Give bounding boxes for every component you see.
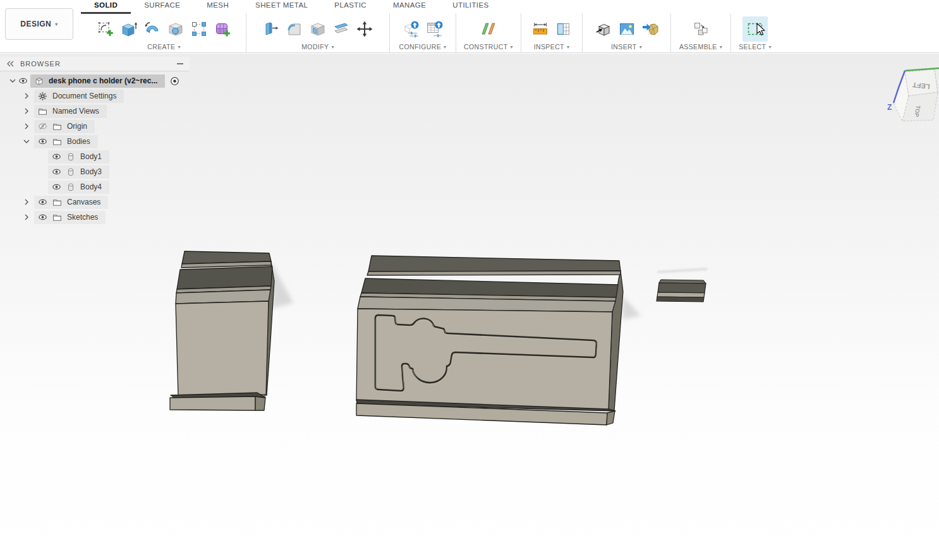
create-form-button[interactable] — [212, 17, 233, 41]
folder-icon — [52, 198, 62, 207]
origin-label: Origin — [67, 122, 87, 131]
z-axis-label: Z — [887, 103, 892, 112]
visibility-eye-icon[interactable] — [18, 76, 28, 85]
root-component-label: desk phone c holder (v2~rec... — [49, 76, 157, 85]
body1-label: Body1 — [80, 152, 102, 161]
visibility-eye-icon[interactable] — [38, 198, 47, 206]
browser-item-root-component[interactable]: desk phone c holder (v2~rec... — [0, 73, 190, 88]
split-body-button[interactable] — [331, 17, 351, 41]
group-assemble: ASSEMBLE▾ — [671, 13, 731, 52]
visibility-eye-icon[interactable] — [52, 167, 61, 176]
browser-item-body3[interactable]: Body3 — [0, 164, 190, 179]
configuration-table-button[interactable] — [425, 17, 445, 41]
insert-mesh-button[interactable] — [640, 17, 660, 41]
create-sketch-button[interactable] — [95, 17, 116, 41]
chevron-right-icon[interactable] — [21, 122, 32, 131]
visibility-eye-icon[interactable] — [52, 182, 61, 191]
visibility-eye-icon[interactable] — [52, 152, 61, 161]
shell-icon — [310, 21, 326, 37]
extrude-button[interactable] — [119, 17, 139, 41]
configuration-table-icon — [426, 20, 444, 38]
browser-item-canvases[interactable]: Canvases — [0, 194, 190, 210]
chevron-down-icon: ▾ — [639, 44, 642, 50]
browser-item-origin[interactable]: Origin — [0, 119, 190, 134]
visibility-eye-icon[interactable] — [38, 213, 47, 222]
visibility-eye-icon[interactable] — [38, 137, 47, 146]
body4-label: Body4 — [80, 182, 102, 191]
visibility-off-eye-icon[interactable] — [38, 122, 47, 131]
fillet-button[interactable] — [284, 17, 305, 41]
design-workspace-button[interactable]: DESIGN ▾ — [5, 8, 73, 40]
shell-button[interactable] — [308, 17, 328, 41]
rectangular-pattern-button[interactable] — [189, 17, 209, 41]
ribbon-groups: CREATE▾ MODIFY▾ CONFIGURE▾ — [82, 13, 779, 52]
move-button[interactable] — [354, 17, 375, 41]
named-views-label: Named Views — [52, 107, 99, 116]
browser-item-bodies[interactable]: Bodies — [0, 134, 190, 149]
browser-tree: desk phone c holder (v2~rec... Document … — [0, 71, 190, 225]
chevron-down-icon: ▾ — [720, 44, 722, 50]
browser-item-body4[interactable]: Body4 — [0, 179, 190, 194]
browser-item-named-views[interactable]: Named Views — [0, 104, 190, 119]
collapse-panel-icon[interactable] — [6, 60, 14, 68]
insert-canvas-button[interactable] — [617, 17, 637, 41]
insert-derive-button[interactable] — [593, 17, 614, 41]
measure-button[interactable] — [530, 17, 550, 41]
select-dropdown[interactable]: SELECT▾ — [739, 43, 772, 51]
section-analysis-button[interactable] — [554, 17, 574, 41]
insert-dropdown[interactable]: INSERT▾ — [611, 43, 642, 51]
press-pull-icon — [263, 21, 279, 37]
canvases-folder-label: Canvases — [67, 198, 100, 206]
document-settings-label: Document Settings — [52, 92, 116, 100]
construction-plane-icon — [480, 21, 497, 37]
group-modify: MODIFY▾ — [246, 13, 390, 52]
chevron-right-icon[interactable] — [21, 92, 32, 100]
body-cylinder-icon — [66, 167, 75, 177]
configure-button[interactable] — [401, 17, 421, 41]
inspect-dropdown[interactable]: INSPECT▾ — [534, 43, 570, 51]
modify-dropdown[interactable]: MODIFY▾ — [301, 43, 334, 51]
measure-icon — [532, 21, 548, 37]
tab-utilities[interactable]: UTILITIES — [439, 0, 502, 14]
chevron-down-icon[interactable] — [21, 137, 32, 146]
activate-component-radio[interactable] — [170, 76, 179, 86]
create-dropdown[interactable]: CREATE▾ — [147, 43, 181, 51]
tab-sheet-metal[interactable]: SHEET METAL — [242, 0, 321, 14]
toolbar: DESIGN ▾ SOLID SURFACE MESH SHEET METAL … — [0, 0, 939, 53]
chevron-down-icon[interactable] — [8, 76, 18, 85]
chevron-right-icon[interactable] — [21, 213, 32, 222]
hole-button[interactable] — [166, 17, 186, 41]
revolve-button[interactable] — [142, 17, 162, 41]
configure-icon — [403, 20, 420, 38]
configure-dropdown[interactable]: CONFIGURE▾ — [399, 43, 446, 51]
tab-manage[interactable]: MANAGE — [380, 0, 439, 14]
press-pull-button[interactable] — [261, 17, 281, 41]
construct-dropdown[interactable]: CONSTRUCT▾ — [464, 43, 513, 51]
chevron-right-icon[interactable] — [21, 198, 32, 206]
tab-mesh[interactable]: MESH — [193, 0, 242, 14]
browser-item-body1[interactable]: Body1 — [0, 149, 190, 164]
tab-plastic[interactable]: PLASTIC — [321, 0, 380, 14]
bodies-folder-label: Bodies — [67, 137, 90, 146]
minimize-panel-icon[interactable] — [177, 63, 183, 65]
browser-item-document-settings[interactable]: Document Settings — [0, 88, 190, 104]
chevron-down-icon: ▾ — [331, 44, 334, 50]
new-component-button[interactable] — [691, 17, 711, 41]
assemble-dropdown[interactable]: ASSEMBLE▾ — [679, 43, 722, 51]
chevron-right-icon[interactable] — [21, 107, 32, 116]
body-cylinder-icon — [66, 182, 75, 192]
folder-icon — [52, 213, 62, 222]
tab-surface[interactable]: SURFACE — [131, 0, 193, 14]
construction-plane-button[interactable] — [478, 17, 499, 41]
group-create: CREATE▾ — [82, 13, 246, 52]
fillet-icon — [286, 21, 303, 37]
body-cylinder-icon — [66, 152, 75, 162]
split-body-icon — [333, 21, 349, 37]
chevron-down-icon: ▾ — [55, 21, 58, 27]
fusion-app: DESIGN ▾ SOLID SURFACE MESH SHEET METAL … — [0, 0, 939, 560]
sketches-folder-label: Sketches — [67, 213, 98, 222]
section-analysis-icon — [555, 21, 572, 37]
view-cube[interactable]: LEFT TOP Z — [871, 58, 939, 126]
browser-item-sketches[interactable]: Sketches — [0, 210, 190, 225]
tab-solid[interactable]: SOLID — [81, 0, 131, 14]
